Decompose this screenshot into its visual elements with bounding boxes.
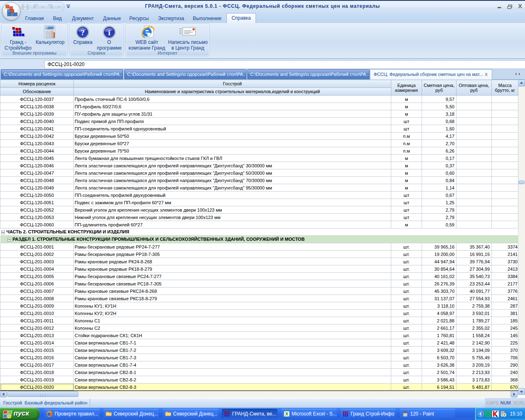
svg-text:123: 123 bbox=[48, 27, 52, 30]
svg-text:X: X bbox=[285, 411, 288, 416]
svg-text:i: i bbox=[108, 28, 110, 37]
svg-text:?: ? bbox=[81, 28, 85, 37]
